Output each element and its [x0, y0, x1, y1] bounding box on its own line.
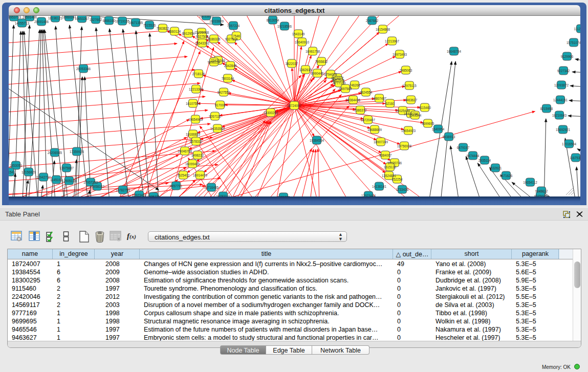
svg-text:16046788: 16046788 — [178, 149, 192, 153]
svg-text:13958167: 13958167 — [90, 185, 105, 188]
svg-text:12093872: 12093872 — [554, 83, 569, 87]
svg-text:8578312: 8578312 — [190, 140, 203, 143]
svg-text:7955812: 7955812 — [315, 60, 328, 63]
svg-text:16107554: 16107554 — [186, 102, 201, 105]
svg-text:20364436: 20364436 — [346, 98, 361, 102]
svg-text:15300293: 15300293 — [264, 111, 278, 115]
svg-text:19654963: 19654963 — [188, 118, 203, 121]
svg-text:18196121: 18196121 — [48, 16, 63, 20]
svg-text:7625402: 7625402 — [177, 173, 190, 177]
svg-text:16543392: 16543392 — [195, 41, 210, 45]
svg-text:16033809: 16033809 — [209, 19, 224, 23]
svg-text:1853051: 1853051 — [10, 164, 23, 167]
svg-text:1362615: 1362615 — [299, 68, 312, 72]
svg-text:8813054: 8813054 — [267, 18, 279, 22]
svg-text:1167533: 1167533 — [570, 156, 580, 160]
svg-text:12156829: 12156829 — [21, 170, 36, 174]
svg-text:11122334: 11122334 — [574, 27, 580, 31]
svg-text:12942737: 12942737 — [36, 176, 51, 179]
svg-text:7632621: 7632621 — [489, 166, 502, 170]
svg-text:7485063: 7485063 — [400, 69, 412, 72]
svg-text:1543149: 1543149 — [292, 32, 305, 36]
svg-text:18907249: 18907249 — [374, 140, 388, 144]
svg-text:917008: 917008 — [214, 103, 226, 107]
svg-text:18953719: 18953719 — [9, 16, 21, 19]
svg-text:16782759: 16782759 — [116, 188, 130, 192]
svg-text:12505135: 12505135 — [62, 179, 77, 183]
svg-text:8471626: 8471626 — [500, 174, 513, 178]
svg-text:18724007: 18724007 — [287, 104, 302, 107]
svg-text:18640910: 18640910 — [295, 40, 310, 44]
svg-text:8215958: 8215958 — [540, 107, 553, 111]
svg-text:12975115: 12975115 — [402, 84, 417, 87]
svg-text:15751074: 15751074 — [567, 41, 580, 45]
svg-text:16914479: 16914479 — [193, 173, 208, 177]
svg-text:20591406: 20591406 — [23, 16, 37, 19]
svg-text:1145193: 1145193 — [50, 178, 63, 182]
svg-text:8938913: 8938913 — [443, 135, 455, 139]
svg-text:1549544: 1549544 — [409, 114, 422, 117]
svg-text:6466160: 6466160 — [103, 19, 116, 23]
svg-text:10653267: 10653267 — [75, 17, 90, 20]
svg-text:2342848: 2342848 — [224, 64, 237, 68]
svg-text:9384067: 9384067 — [379, 154, 392, 157]
svg-text:13975887: 13975887 — [59, 166, 74, 170]
svg-text:9427552: 9427552 — [217, 91, 230, 94]
svg-text:17359924: 17359924 — [70, 150, 84, 154]
svg-text:10973493: 10973493 — [393, 53, 407, 56]
svg-text:9129966: 9129966 — [561, 55, 574, 58]
svg-text:17016504: 17016504 — [562, 142, 577, 146]
svg-text:3822037: 3822037 — [286, 62, 298, 65]
svg-text:17957253: 17957253 — [83, 181, 98, 184]
svg-text:10807487: 10807487 — [372, 97, 387, 100]
svg-text:2087682: 2087682 — [366, 19, 379, 23]
svg-text:391541: 391541 — [9, 170, 15, 174]
svg-text:6497568: 6497568 — [339, 87, 352, 91]
svg-text:15226058: 15226058 — [194, 31, 209, 34]
svg-text:6479197: 6479197 — [457, 146, 470, 149]
svg-text:12213369: 12213369 — [189, 87, 204, 91]
svg-text:7663822: 7663822 — [157, 27, 169, 30]
svg-text:7386372: 7386372 — [354, 108, 367, 112]
svg-text:746266: 746266 — [349, 83, 360, 87]
svg-text:14136141: 14136141 — [372, 185, 387, 188]
svg-text:16648784: 16648784 — [447, 50, 462, 53]
svg-text:9457791: 9457791 — [170, 184, 183, 188]
svg-text:9777169: 9777169 — [333, 81, 346, 85]
svg-text:9474444: 9474444 — [467, 154, 480, 158]
svg-text:10671355: 10671355 — [128, 21, 143, 25]
svg-text:16961758: 16961758 — [306, 50, 320, 53]
svg-text:7546: 7546 — [233, 34, 241, 38]
svg-text:3267110: 3267110 — [209, 115, 222, 118]
svg-text:14353564: 14353564 — [210, 127, 225, 130]
svg-text:7515526: 7515526 — [143, 24, 156, 27]
svg-text:16099489: 16099489 — [185, 162, 200, 166]
svg-text:9896124: 9896124 — [208, 60, 221, 64]
svg-text:1733426: 1733426 — [396, 188, 409, 191]
svg-text:6794028: 6794028 — [324, 73, 337, 76]
svg-text:8990448: 8990448 — [311, 72, 324, 75]
svg-text:9115460: 9115460 — [419, 106, 431, 110]
svg-text:19218506: 19218506 — [277, 25, 292, 28]
svg-text:20053346: 20053346 — [76, 67, 91, 71]
svg-text:19166825: 19166825 — [186, 133, 201, 136]
svg-text:1527602: 1527602 — [90, 18, 102, 21]
svg-text:1615132: 1615132 — [384, 165, 397, 169]
svg-text:9227342: 9227342 — [557, 69, 570, 73]
svg-text:19384554: 19384554 — [310, 139, 324, 142]
svg-text:9327505: 9327505 — [196, 35, 209, 38]
svg-text:2935114: 2935114 — [478, 159, 491, 162]
svg-text:10719155: 10719155 — [115, 19, 130, 23]
svg-text:12213967: 12213967 — [385, 39, 400, 43]
svg-text:252254: 252254 — [391, 178, 403, 181]
svg-text:9699695: 9699695 — [422, 122, 434, 125]
svg-text:15692921: 15692921 — [556, 128, 571, 132]
svg-text:19654923: 19654923 — [401, 129, 416, 133]
svg-text:1640954: 1640954 — [432, 127, 445, 131]
svg-text:3824554: 3824554 — [360, 91, 373, 94]
svg-text:1498222: 1498222 — [191, 154, 204, 157]
svg-text:8912954: 8912954 — [182, 32, 195, 35]
svg-text:2718126: 2718126 — [192, 72, 205, 76]
svg-text:16033810: 16033810 — [199, 16, 214, 18]
svg-text:9245612: 9245612 — [535, 189, 548, 193]
